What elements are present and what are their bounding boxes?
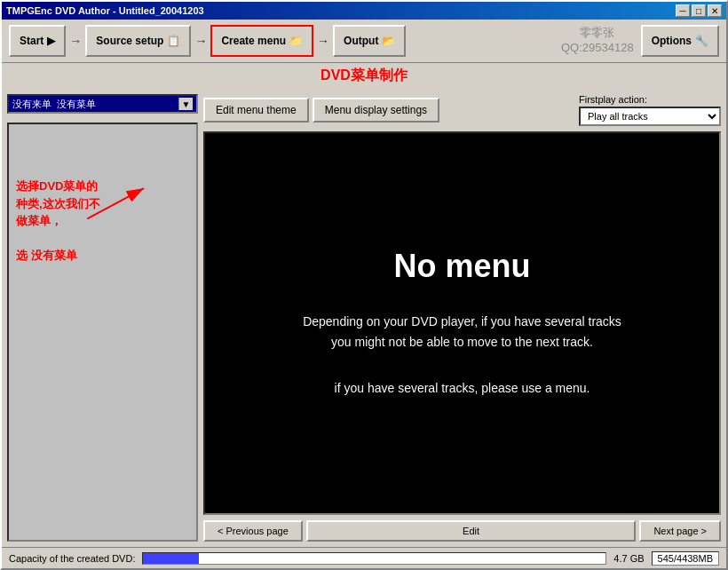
- capacity-bar-fill: [143, 553, 199, 564]
- window-title: TMPGEnc DVD Author - Untitled_20041203: [6, 5, 204, 16]
- next-page-button[interactable]: Next page >: [639, 520, 721, 542]
- output-step: Output 📂: [333, 25, 406, 57]
- no-menu-desc1: Depending on your DVD player, if you hav…: [303, 312, 621, 352]
- left-panel: 没有来单 没有菜单 ▼ 选择DVD菜单的种类,这次我们不做菜单，选 没有菜单: [7, 94, 198, 542]
- create-step: Create menu 📁: [210, 25, 313, 57]
- options-button[interactable]: Options 🔧: [641, 25, 719, 57]
- watermark-line2: QQ:29534128: [561, 41, 634, 56]
- start-icon: ▶: [47, 35, 55, 47]
- preview-area: No menu Depending on your DVD player, if…: [203, 131, 721, 515]
- dropdown-label: 没有来单 没有菜单: [12, 98, 96, 111]
- capacity-mb: 545/4438MB: [652, 551, 719, 566]
- source-label: Source setup: [96, 35, 163, 47]
- previous-page-button[interactable]: < Previous page: [203, 520, 303, 542]
- top-buttons: Edit menu theme Menu display settings Fi…: [203, 94, 721, 131]
- options-label: Options: [652, 35, 692, 47]
- menu-dropdown[interactable]: 没有来单 没有菜单 ▼: [7, 94, 198, 114]
- dropdown-arrow-icon: ▼: [178, 98, 193, 110]
- start-button[interactable]: Start ▶: [9, 25, 66, 57]
- subtitle: DVD菜单制作: [2, 63, 726, 89]
- firstplay-select[interactable]: Play all tracks Play first track Show me…: [579, 107, 721, 126]
- close-button[interactable]: ✕: [708, 4, 722, 17]
- arrow-2: →: [194, 34, 207, 48]
- create-button[interactable]: Create menu 📁: [210, 25, 313, 57]
- title-bar-buttons: ─ □ ✕: [676, 4, 722, 17]
- edit-button[interactable]: Edit: [306, 520, 637, 542]
- no-menu-title: No menu: [393, 248, 530, 285]
- annotation-text: 选择DVD菜单的种类,这次我们不做菜单，选 没有菜单: [16, 178, 100, 265]
- source-button[interactable]: Source setup 📋: [85, 25, 191, 57]
- firstplay-label: Firstplay action:: [579, 94, 721, 105]
- display-settings-button[interactable]: Menu display settings: [313, 98, 439, 123]
- maximize-button[interactable]: □: [692, 4, 706, 17]
- arrow-1: →: [69, 34, 82, 48]
- source-icon: 📋: [167, 35, 180, 47]
- main-panel: Edit menu theme Menu display settings Fi…: [203, 94, 721, 542]
- watermark-line1: 零零张: [561, 26, 634, 41]
- arrow-3: →: [317, 34, 329, 48]
- start-step: Start ▶: [9, 25, 66, 57]
- output-button[interactable]: Output 📂: [333, 25, 406, 57]
- minimize-button[interactable]: ─: [676, 4, 690, 17]
- source-step: Source setup 📋: [85, 25, 191, 57]
- status-bar: Capacity of the created DVD: 4.7 GB 545/…: [2, 547, 726, 568]
- start-label: Start: [20, 35, 44, 47]
- capacity-bar-container: [142, 552, 606, 565]
- capacity-gb: 4.7 GB: [613, 553, 644, 564]
- output-label: Output: [344, 35, 378, 47]
- main-window: TMPGEnc DVD Author - Untitled_20041203 ─…: [0, 0, 728, 570]
- title-bar: TMPGEnc DVD Author - Untitled_20041203 ─…: [2, 2, 726, 20]
- left-preview: 选择DVD菜单的种类,这次我们不做菜单，选 没有菜单: [7, 123, 198, 542]
- toolbar: Start ▶ → Source setup 📋 → Create menu 📁…: [2, 20, 726, 63]
- bottom-buttons: < Previous page Edit Next page >: [203, 515, 721, 542]
- edit-theme-button[interactable]: Edit menu theme: [203, 98, 309, 123]
- create-icon: 📁: [289, 35, 303, 47]
- content-area: 没有来单 没有菜单 ▼ 选择DVD菜单的种类,这次我们不做菜单，选 没有菜单: [2, 89, 726, 547]
- capacity-label: Capacity of the created DVD:: [9, 553, 135, 564]
- menu-controls: 没有来单 没有菜单 ▼: [7, 94, 198, 117]
- create-label: Create menu: [221, 35, 286, 47]
- output-icon: 📂: [382, 35, 395, 47]
- options-icon: 🔧: [695, 35, 708, 47]
- watermark: 零零张 QQ:29534128: [561, 26, 634, 56]
- firstplay-section: Firstplay action: Play all tracks Play f…: [579, 94, 721, 126]
- no-menu-desc2: if you have several tracks, please use a…: [335, 378, 590, 398]
